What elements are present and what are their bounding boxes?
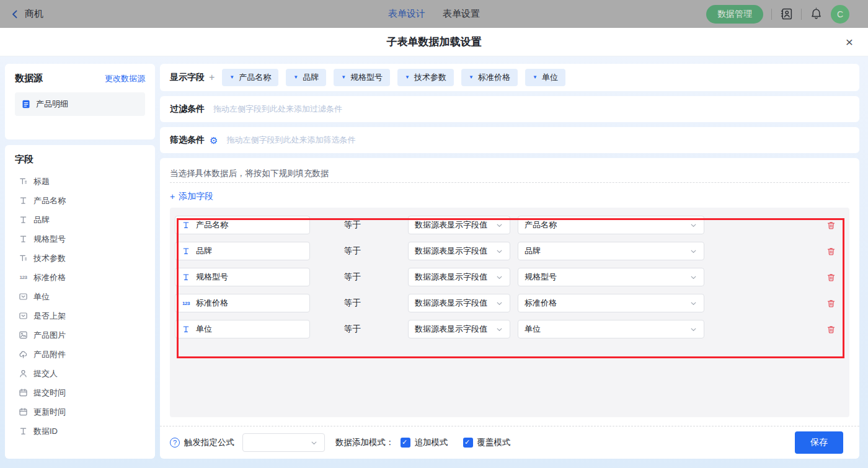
field-item[interactable]: 产品图片 (15, 325, 145, 345)
rule-source-dropdown[interactable]: 数据源表显示字段值 (408, 320, 510, 338)
screen-condition-card[interactable]: 筛选条件 ⚙ 拖动左侧字段到此处来添加筛选条件 (160, 127, 859, 153)
field-item[interactable]: 是否上架 (15, 306, 145, 325)
rule-field-label: 标准价格 (196, 298, 228, 309)
fields-title: 字段 (15, 154, 33, 164)
rule-value-dropdown[interactable]: 标准价格 (518, 294, 704, 312)
dropdown-value: 数据源表显示字段值 (415, 272, 487, 283)
chevron-left-icon (10, 9, 20, 19)
rule-target-field[interactable]: 品牌 (175, 242, 310, 260)
chip-label: 单位 (542, 72, 558, 83)
data-manage-button[interactable]: 数据管理 (706, 5, 763, 24)
filter-condition-placeholder: 拖动左侧字段到此处来添加过滤条件 (213, 104, 342, 115)
header-tabs: 表单设计 表单设置 (388, 8, 480, 20)
rule-value-dropdown[interactable]: 品牌 (518, 242, 704, 260)
chevron-down-icon (495, 247, 503, 255)
rule-source-dropdown[interactable]: 数据源表显示字段值 (408, 294, 510, 312)
datasource-card: 数据源 更改数据源 产品明细 (5, 64, 155, 139)
screen-condition-placeholder: 拖动左侧字段到此处来添加筛选条件 (226, 135, 355, 146)
gear-icon[interactable]: ⚙ (210, 136, 218, 145)
field-item-label: 提交人 (33, 368, 58, 379)
display-field-chip[interactable]: ▼单位 (525, 69, 565, 86)
text-field-icon (182, 247, 190, 255)
display-field-chip[interactable]: ▼标准价格 (461, 69, 518, 86)
rule-source-dropdown[interactable]: 数据源表显示字段值 (408, 242, 510, 260)
number-field-icon: 123 (19, 273, 28, 282)
checkbox-checked-icon[interactable] (401, 438, 410, 448)
rule-field-label: 产品名称 (196, 219, 228, 231)
rule-target-field[interactable]: 123标准价格 (175, 294, 310, 312)
avatar[interactable]: C (831, 5, 849, 24)
rule-target-field[interactable]: 规格型号 (175, 268, 310, 286)
field-item[interactable]: 123标准价格 (15, 268, 145, 287)
bell-icon[interactable] (810, 7, 823, 20)
select-field-icon (19, 311, 28, 320)
field-item-label: 提交时间 (33, 387, 66, 399)
overwrite-mode-option[interactable]: 覆盖模式 (463, 437, 511, 448)
field-item[interactable]: 技术参数 (15, 249, 145, 268)
chip-label: 技术参数 (414, 72, 446, 83)
field-item-label: 规格型号 (33, 234, 66, 245)
display-field-chip[interactable]: ▼规格型号 (334, 69, 390, 86)
chevron-down-icon: ▼ (469, 75, 474, 80)
trash-icon[interactable] (826, 273, 836, 282)
field-item[interactable]: 单位 (15, 287, 145, 306)
display-field-chip[interactable]: ▼产品名称 (222, 69, 278, 86)
question-icon[interactable]: ? (170, 438, 180, 448)
add-display-field-button[interactable]: + (209, 72, 215, 83)
rule-source-dropdown[interactable]: 数据源表显示字段值 (408, 268, 510, 286)
field-item[interactable]: 产品附件 (15, 345, 145, 364)
chip-label: 规格型号 (350, 72, 383, 83)
append-mode-option[interactable]: 追加模式 (401, 437, 448, 448)
rule-value-dropdown[interactable]: 单位 (518, 320, 704, 338)
filter-condition-card[interactable]: 过滤条件 拖动左侧字段到此处来添加过滤条件 (160, 96, 859, 122)
rule-target-field[interactable]: 产品名称 (175, 216, 310, 234)
close-icon[interactable]: × (846, 35, 853, 48)
text-field-icon (182, 325, 190, 333)
rule-value-dropdown[interactable]: 产品名称 (518, 216, 704, 234)
trash-icon[interactable] (826, 325, 836, 334)
display-field-chip[interactable]: ▼品牌 (286, 69, 326, 86)
chevron-down-icon: ▼ (293, 75, 298, 80)
field-item[interactable]: 提交人 (15, 364, 145, 383)
trash-icon[interactable] (826, 221, 836, 230)
divider (801, 9, 802, 20)
rule-operator: 等于 (344, 245, 408, 257)
datasource-item[interactable]: 产品明细 (15, 92, 145, 116)
tab-form-settings[interactable]: 表单设置 (443, 8, 480, 20)
chevron-down-icon (495, 273, 503, 281)
field-item[interactable]: 产品名称 (15, 191, 145, 210)
trash-icon[interactable] (826, 299, 836, 308)
dropdown-value: 数据源表显示字段值 (415, 324, 487, 335)
field-item[interactable]: 更新时间 (15, 402, 145, 422)
text-field-icon (182, 273, 190, 281)
rule-row: 123标准价格 等于 数据源表显示字段值 标准价格 (175, 290, 844, 316)
chevron-down-icon (310, 439, 318, 447)
formula-select[interactable] (242, 433, 325, 452)
field-item-label: 标准价格 (33, 272, 66, 283)
display-field-chip[interactable]: ▼技术参数 (397, 69, 454, 86)
field-item[interactable]: 提交时间 (15, 383, 145, 402)
add-field-button[interactable]: + 添加字段 (170, 191, 213, 202)
checkbox-checked-icon[interactable] (463, 438, 473, 448)
field-item[interactable]: 标题 (15, 172, 145, 191)
rule-value-dropdown[interactable]: 规格型号 (518, 268, 704, 286)
save-button[interactable]: 保存 (795, 431, 843, 454)
field-item-label: 数据ID (33, 426, 58, 437)
field-item-label: 标题 (33, 176, 50, 187)
rule-source-dropdown[interactable]: 数据源表显示字段值 (408, 216, 510, 234)
field-item[interactable]: 数据ID (15, 422, 145, 441)
field-item-label: 单位 (33, 291, 50, 302)
textarea-field-icon (19, 254, 28, 263)
field-item[interactable]: 品牌 (15, 210, 145, 229)
trash-icon[interactable] (826, 247, 836, 256)
field-item-label: 技术参数 (33, 253, 66, 264)
contacts-icon[interactable] (780, 7, 793, 20)
change-datasource-link[interactable]: 更改数据源 (105, 73, 145, 84)
back-button[interactable]: 商机 (10, 8, 43, 20)
chevron-down-icon (495, 221, 503, 229)
rule-target-field[interactable]: 单位 (175, 320, 310, 338)
chip-label: 标准价格 (478, 72, 510, 83)
tab-form-design[interactable]: 表单设计 (388, 8, 425, 20)
display-fields-label: 显示字段 (170, 72, 205, 83)
field-item[interactable]: 规格型号 (15, 229, 145, 249)
